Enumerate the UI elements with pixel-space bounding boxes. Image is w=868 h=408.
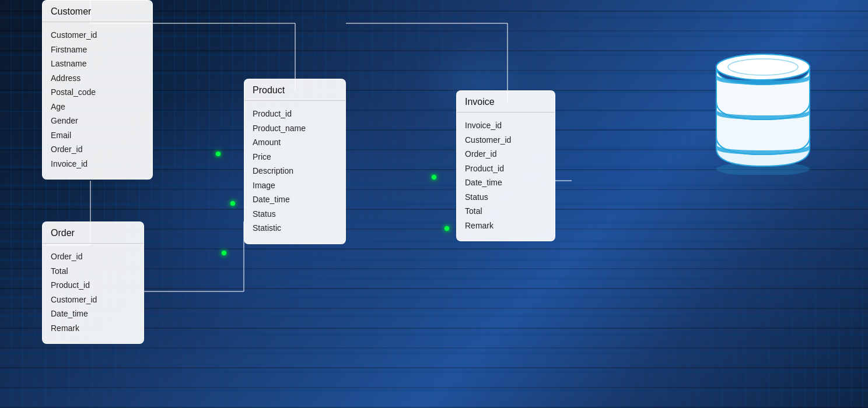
led-3 bbox=[222, 251, 226, 255]
led-2 bbox=[230, 201, 235, 206]
led-1 bbox=[216, 152, 220, 156]
main-content: Customer Customer_id Firstname Lastname … bbox=[0, 0, 868, 408]
led-5 bbox=[444, 226, 449, 231]
led-4 bbox=[432, 175, 436, 180]
server-leds bbox=[0, 0, 868, 408]
